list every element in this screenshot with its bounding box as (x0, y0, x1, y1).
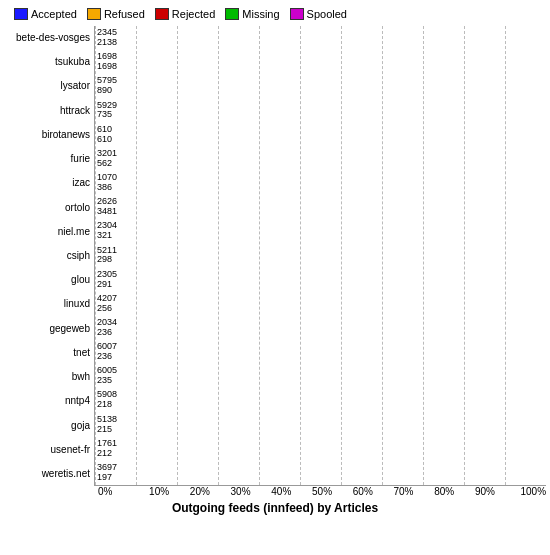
y-label-niel.me: niel.me (4, 222, 90, 242)
bar-label-httrack: 5929735 (97, 101, 117, 121)
rejected-legend-label: Rejected (172, 8, 215, 20)
x-label-30%: 30% (220, 486, 261, 497)
bar-label-ortolo: 26263481 (97, 197, 117, 217)
bar-label-furie: 3201562 (97, 149, 117, 169)
bar-row-linuxd: 4207256 (95, 294, 546, 314)
legend-item-refused: Refused (87, 8, 145, 20)
legend-item-missing: Missing (225, 8, 279, 20)
y-label-ortolo: ortolo (4, 198, 90, 218)
x-label-40%: 40% (261, 486, 302, 497)
x-label-10%: 10% (139, 486, 180, 497)
y-label-bwh: bwh (4, 367, 90, 387)
y-label-lysator: lysator (4, 76, 90, 96)
bar-row-ortolo: 26263481 (95, 197, 546, 217)
y-label-tnet: tnet (4, 343, 90, 363)
bar-row-birotanews: 610610 (95, 125, 546, 145)
bar-row-usenet-fr: 1761212 (95, 439, 546, 459)
x-label-20%: 20% (179, 486, 220, 497)
bar-label-birotanews: 610610 (97, 125, 112, 145)
bar-label-tsukuba: 16981698 (97, 52, 117, 72)
bar-label-glou: 2305291 (97, 270, 117, 290)
bar-row-glou: 2305291 (95, 270, 546, 290)
legend-item-accepted: Accepted (14, 8, 77, 20)
bar-row-bete-des-vosges: 23452138 (95, 28, 546, 48)
bar-label-goja: 5138215 (97, 415, 117, 435)
x-label-90%: 90% (465, 486, 506, 497)
x-label-60%: 60% (342, 486, 383, 497)
missing-legend-label: Missing (242, 8, 279, 20)
bar-label-izac: 1070386 (97, 173, 117, 193)
bar-row-bwh: 6005235 (95, 366, 546, 386)
y-label-csiph: csiph (4, 246, 90, 266)
y-label-weretis.net: weretis.net (4, 464, 90, 484)
bar-row-goja: 5138215 (95, 415, 546, 435)
bar-label-bete-des-vosges: 23452138 (97, 28, 117, 48)
bar-label-usenet-fr: 1761212 (97, 439, 117, 459)
refused-legend-box (87, 8, 101, 20)
y-label-furie: furie (4, 149, 90, 169)
bar-label-nntp4: 5908218 (97, 390, 117, 410)
bar-label-niel.me: 2304321 (97, 221, 117, 241)
bar-label-lysator: 5795890 (97, 76, 117, 96)
bar-row-furie: 3201562 (95, 149, 546, 169)
accepted-legend-box (14, 8, 28, 20)
legend-item-rejected: Rejected (155, 8, 215, 20)
y-label-bete-des-vosges: bete-des-vosges (4, 28, 90, 48)
bar-row-niel.me: 2304321 (95, 221, 546, 241)
spooled-legend-label: Spooled (307, 8, 347, 20)
chart-area: bete-des-vosgestsukubalysatorhttrackbiro… (4, 26, 546, 486)
bar-row-nntp4: 5908218 (95, 390, 546, 410)
legend: AcceptedRefusedRejectedMissingSpooled (4, 8, 546, 20)
y-label-izac: izac (4, 173, 90, 193)
bar-row-weretis.net: 3697197 (95, 463, 546, 483)
x-label-80%: 80% (424, 486, 465, 497)
legend-item-spooled: Spooled (290, 8, 347, 20)
bar-row-csiph: 5211298 (95, 245, 546, 265)
chart-container: AcceptedRefusedRejectedMissingSpooled be… (0, 0, 550, 555)
y-label-gegeweb: gegeweb (4, 319, 90, 339)
x-label-70%: 70% (383, 486, 424, 497)
x-label-100%: 100% (505, 486, 546, 497)
bar-row-izac: 1070386 (95, 173, 546, 193)
y-label-tsukuba: tsukuba (4, 52, 90, 72)
accepted-legend-label: Accepted (31, 8, 77, 20)
x-axis: 0%10%20%30%40%50%60%70%80%90%100% (4, 486, 546, 497)
bar-row-tnet: 6007236 (95, 342, 546, 362)
bar-label-gegeweb: 2034236 (97, 318, 117, 338)
bar-label-weretis.net: 3697197 (97, 463, 117, 483)
missing-legend-box (225, 8, 239, 20)
bar-label-linuxd: 4207256 (97, 294, 117, 314)
bar-row-tsukuba: 16981698 (95, 52, 546, 72)
x-axis-labels-row: 0%10%20%30%40%50%60%70%80%90%100% (98, 486, 546, 497)
spooled-legend-box (290, 8, 304, 20)
bar-label-csiph: 5211298 (97, 246, 117, 266)
bar-label-bwh: 6005235 (97, 366, 117, 386)
x-label-50%: 50% (302, 486, 343, 497)
bars-area: 2345213816981698579589059297356106103201… (94, 26, 546, 486)
bar-row-httrack: 5929735 (95, 100, 546, 120)
y-label-goja: goja (4, 416, 90, 436)
rejected-legend-box (155, 8, 169, 20)
y-labels: bete-des-vosgestsukubalysatorhttrackbiro… (4, 26, 94, 486)
y-label-httrack: httrack (4, 101, 90, 121)
y-label-glou: glou (4, 270, 90, 290)
x-axis-title: Outgoing feeds (innfeed) by Articles (4, 501, 546, 515)
x-label-0%: 0% (98, 486, 139, 497)
bar-label-tnet: 6007236 (97, 342, 117, 362)
y-label-nntp4: nntp4 (4, 391, 90, 411)
y-label-usenet-fr: usenet-fr (4, 440, 90, 460)
y-label-birotanews: birotanews (4, 125, 90, 145)
y-label-linuxd: linuxd (4, 294, 90, 314)
refused-legend-label: Refused (104, 8, 145, 20)
bar-row-lysator: 5795890 (95, 76, 546, 96)
bar-row-gegeweb: 2034236 (95, 318, 546, 338)
